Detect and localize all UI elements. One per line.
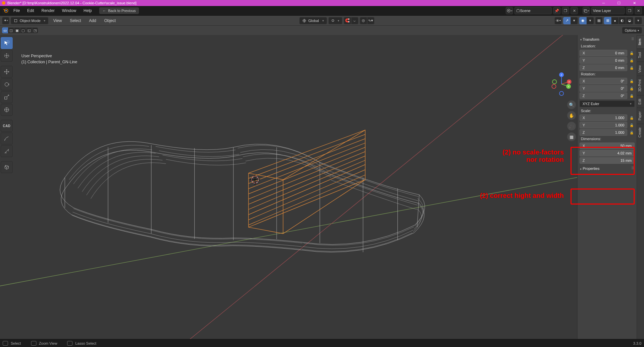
tool-rotate[interactable]: [1, 78, 13, 90]
tool-cad[interactable]: CAD: [1, 120, 13, 132]
tool-add-primitive[interactable]: +: [1, 161, 13, 173]
lock-icon[interactable]: 🔓: [629, 122, 635, 128]
rotation-mode-dropdown[interactable]: XYZ Euler▾: [580, 100, 635, 107]
viewport-canvas[interactable]: [0, 35, 644, 347]
lock-icon[interactable]: 🔓: [629, 64, 635, 71]
lock-icon[interactable]: 🔓: [629, 57, 635, 64]
visibility-dropdown[interactable]: 👁▾: [554, 17, 562, 24]
lock-icon[interactable]: 🔓: [629, 85, 635, 92]
tab-view[interactable]: View: [637, 62, 644, 76]
overlay-toggle[interactable]: ◉: [579, 17, 587, 24]
tab-create[interactable]: Create: [637, 124, 644, 141]
dimension-x-field[interactable]: X50 mm: [580, 142, 635, 149]
scene-pin-button[interactable]: 📌: [553, 7, 560, 14]
tab-3dprint[interactable]: 3D-Print: [637, 76, 644, 95]
tab-edit[interactable]: Edit: [637, 95, 644, 108]
pivot-dropdown[interactable]: ⊙▾: [328, 17, 342, 24]
lock-icon[interactable]: 🔓: [629, 78, 635, 84]
transform-panel-header[interactable]: ▾ Transform ⠿: [578, 35, 637, 43]
add-menu[interactable]: Add: [86, 17, 100, 24]
viewlayer-new-button[interactable]: ❐: [626, 7, 633, 14]
select-mode-tweak[interactable]: ▭: [2, 27, 8, 33]
viewlayer-browse-button[interactable]: ▾: [583, 7, 590, 14]
tool-measure[interactable]: [1, 145, 13, 157]
select-mode-int[interactable]: ◱: [26, 27, 32, 33]
editor-type-button[interactable]: ✦▾: [2, 17, 9, 24]
scale-y-field[interactable]: Y1.000: [580, 122, 627, 128]
location-z-field[interactable]: Z0 mm: [580, 64, 627, 71]
tool-move[interactable]: [1, 66, 13, 78]
select-mode-inv[interactable]: ◳: [32, 27, 38, 33]
scale-x-field[interactable]: X1.000: [580, 114, 627, 121]
object-menu[interactable]: Object: [101, 17, 119, 24]
viewlayer-delete-button[interactable]: ✕: [635, 7, 642, 14]
select-mode-add[interactable]: ▣: [14, 27, 20, 33]
viewport-options-dropdown[interactable]: Options▾: [622, 27, 642, 34]
camera-view-button[interactable]: 🎥: [567, 122, 576, 130]
menu-edit[interactable]: Edit: [24, 7, 37, 14]
tool-cursor[interactable]: [1, 50, 13, 62]
scale-z-field[interactable]: Z1.000: [580, 129, 627, 136]
rotation-x-field[interactable]: X0°: [580, 78, 627, 84]
gizmo-dropdown[interactable]: ▾: [571, 17, 578, 24]
overlay-dropdown[interactable]: ▾: [587, 17, 594, 24]
tool-annotate[interactable]: [1, 132, 13, 144]
view-menu[interactable]: View: [50, 17, 65, 24]
gizmo-toggle[interactable]: ↗: [563, 17, 571, 24]
xray-toggle[interactable]: ▦: [595, 17, 603, 24]
shading-solid[interactable]: ●: [611, 17, 619, 24]
scene-name-input[interactable]: [520, 9, 550, 13]
viewlayer-name-input[interactable]: [593, 9, 623, 13]
tab-paper[interactable]: Paper: [637, 108, 644, 124]
rotation-z-field[interactable]: Z0°: [580, 92, 627, 99]
shading-rendered[interactable]: ◒: [626, 17, 633, 24]
lock-icon[interactable]: 🔓: [629, 129, 635, 136]
window-maximize-button[interactable]: ☐: [611, 0, 627, 6]
mode-dropdown[interactable]: Object Mode ▾: [11, 17, 48, 24]
shading-wireframe[interactable]: ⊞: [604, 17, 611, 24]
location-x-field[interactable]: X0 mm: [580, 50, 627, 56]
rotation-y-field[interactable]: Y0°: [580, 85, 627, 92]
proportional-icon[interactable]: ◎: [360, 17, 367, 24]
lock-icon[interactable]: 🔓: [629, 114, 635, 121]
tool-scale[interactable]: [1, 91, 13, 103]
lock-icon[interactable]: 🔓: [629, 92, 635, 99]
tool-transform[interactable]: [1, 104, 13, 116]
scene-name-field[interactable]: [514, 7, 552, 14]
window-minimize-button[interactable]: ─: [596, 0, 611, 6]
proportional-toggle[interactable]: ◎∿▾: [360, 17, 374, 24]
select-mode-box[interactable]: ◫: [8, 27, 14, 33]
zoom-button[interactable]: 🔍: [567, 100, 576, 109]
menu-help[interactable]: Help: [80, 7, 95, 14]
toggle-ortho-button[interactable]: ▦: [567, 132, 576, 141]
properties-panel-header[interactable]: ▸ Properties ⠿: [578, 164, 637, 172]
tab-item[interactable]: Item: [637, 35, 644, 48]
snapping-toggle[interactable]: 🧲⌵: [344, 17, 358, 24]
select-menu[interactable]: Select: [66, 17, 84, 24]
tab-tool[interactable]: Tool: [637, 48, 644, 61]
dimension-y-field[interactable]: Y4.02 mm: [580, 150, 635, 156]
lock-icon[interactable]: 🔓: [629, 50, 635, 56]
viewlayer-name-field[interactable]: [591, 7, 625, 14]
scene-delete-button[interactable]: ✕: [571, 7, 578, 14]
scene-browse-button[interactable]: ▾: [506, 7, 513, 14]
3d-viewport[interactable]: ✦▾ Object Mode ▾ View Select Add Object …: [0, 16, 644, 347]
pan-button[interactable]: ✋: [567, 111, 576, 120]
back-to-previous-button[interactable]: ← Back to Previous: [99, 7, 139, 14]
blender-logo[interactable]: [2, 7, 9, 14]
location-y-field[interactable]: Y0 mm: [580, 57, 627, 64]
menu-render[interactable]: Render: [38, 7, 58, 14]
menu-window[interactable]: Window: [58, 7, 79, 14]
orientation-dropdown[interactable]: Global ▾: [299, 17, 327, 24]
dimension-z-field[interactable]: Z15 mm: [580, 157, 635, 164]
shading-matprev[interactable]: ◐: [619, 17, 626, 24]
menu-file[interactable]: File: [10, 7, 23, 14]
tool-select-box[interactable]: [1, 37, 13, 49]
shading-dropdown[interactable]: ▾: [635, 17, 642, 24]
proportional-dropdown[interactable]: ∿▾: [367, 17, 374, 24]
scene-new-button[interactable]: ❐: [562, 7, 569, 14]
window-close-button[interactable]: ✕: [627, 0, 642, 6]
orientation-gizmo[interactable]: Z X Y: [550, 72, 573, 96]
select-mode-sub[interactable]: ▢: [20, 27, 26, 33]
snap-dropdown[interactable]: ⌵: [351, 17, 358, 24]
